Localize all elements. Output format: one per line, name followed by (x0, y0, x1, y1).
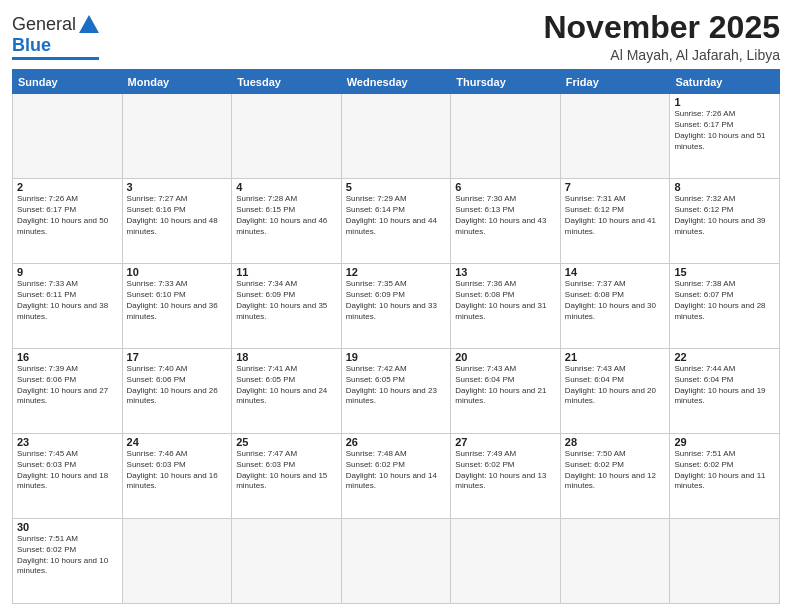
table-cell: 6Sunrise: 7:30 AMSunset: 6:13 PMDaylight… (451, 179, 561, 264)
day-number: 19 (346, 351, 447, 363)
logo-general-text: General (12, 14, 76, 35)
table-cell: 1Sunrise: 7:26 AMSunset: 6:17 PMDaylight… (670, 94, 780, 179)
day-info: Sunrise: 7:30 AMSunset: 6:13 PMDaylight:… (455, 194, 556, 237)
page: General Blue November 2025 Al Mayah, Al … (0, 0, 792, 612)
month-title: November 2025 (543, 10, 780, 45)
day-number: 17 (127, 351, 228, 363)
calendar-row: 9Sunrise: 7:33 AMSunset: 6:11 PMDaylight… (13, 264, 780, 349)
table-cell (232, 94, 342, 179)
table-cell: 5Sunrise: 7:29 AMSunset: 6:14 PMDaylight… (341, 179, 451, 264)
day-number: 11 (236, 266, 337, 278)
table-cell (122, 94, 232, 179)
day-info: Sunrise: 7:28 AMSunset: 6:15 PMDaylight:… (236, 194, 337, 237)
day-number: 29 (674, 436, 775, 448)
table-cell: 26Sunrise: 7:48 AMSunset: 6:02 PMDayligh… (341, 434, 451, 519)
day-number: 14 (565, 266, 666, 278)
day-info: Sunrise: 7:42 AMSunset: 6:05 PMDaylight:… (346, 364, 447, 407)
day-info: Sunrise: 7:41 AMSunset: 6:05 PMDaylight:… (236, 364, 337, 407)
logo-text: General (12, 14, 99, 35)
day-info: Sunrise: 7:40 AMSunset: 6:06 PMDaylight:… (127, 364, 228, 407)
table-cell: 27Sunrise: 7:49 AMSunset: 6:02 PMDayligh… (451, 434, 561, 519)
table-cell: 30Sunrise: 7:51 AMSunset: 6:02 PMDayligh… (13, 519, 123, 604)
day-number: 13 (455, 266, 556, 278)
calendar-row: 2Sunrise: 7:26 AMSunset: 6:17 PMDaylight… (13, 179, 780, 264)
logo-blue-text: Blue (12, 35, 51, 56)
table-cell (122, 519, 232, 604)
title-block: November 2025 Al Mayah, Al Jafarah, Liby… (543, 10, 780, 63)
day-info: Sunrise: 7:51 AMSunset: 6:02 PMDaylight:… (17, 534, 118, 577)
day-number: 21 (565, 351, 666, 363)
calendar-table: Sunday Monday Tuesday Wednesday Thursday… (12, 69, 780, 604)
day-number: 30 (17, 521, 118, 533)
table-cell: 14Sunrise: 7:37 AMSunset: 6:08 PMDayligh… (560, 264, 670, 349)
day-info: Sunrise: 7:43 AMSunset: 6:04 PMDaylight:… (455, 364, 556, 407)
calendar-row: 30Sunrise: 7:51 AMSunset: 6:02 PMDayligh… (13, 519, 780, 604)
location-title: Al Mayah, Al Jafarah, Libya (543, 47, 780, 63)
day-number: 15 (674, 266, 775, 278)
table-cell: 25Sunrise: 7:47 AMSunset: 6:03 PMDayligh… (232, 434, 342, 519)
header: General Blue November 2025 Al Mayah, Al … (12, 10, 780, 63)
day-info: Sunrise: 7:48 AMSunset: 6:02 PMDaylight:… (346, 449, 447, 492)
day-number: 27 (455, 436, 556, 448)
weekday-header-row: Sunday Monday Tuesday Wednesday Thursday… (13, 70, 780, 94)
logo: General Blue (12, 14, 99, 60)
day-number: 4 (236, 181, 337, 193)
header-sunday: Sunday (13, 70, 123, 94)
day-number: 10 (127, 266, 228, 278)
day-info: Sunrise: 7:33 AMSunset: 6:10 PMDaylight:… (127, 279, 228, 322)
day-info: Sunrise: 7:29 AMSunset: 6:14 PMDaylight:… (346, 194, 447, 237)
day-info: Sunrise: 7:43 AMSunset: 6:04 PMDaylight:… (565, 364, 666, 407)
header-friday: Friday (560, 70, 670, 94)
table-cell: 22Sunrise: 7:44 AMSunset: 6:04 PMDayligh… (670, 349, 780, 434)
day-number: 18 (236, 351, 337, 363)
day-number: 20 (455, 351, 556, 363)
table-cell: 29Sunrise: 7:51 AMSunset: 6:02 PMDayligh… (670, 434, 780, 519)
day-number: 12 (346, 266, 447, 278)
table-cell: 28Sunrise: 7:50 AMSunset: 6:02 PMDayligh… (560, 434, 670, 519)
day-number: 3 (127, 181, 228, 193)
table-cell (560, 94, 670, 179)
header-tuesday: Tuesday (232, 70, 342, 94)
table-cell: 23Sunrise: 7:45 AMSunset: 6:03 PMDayligh… (13, 434, 123, 519)
logo-underline (12, 57, 99, 60)
day-info: Sunrise: 7:37 AMSunset: 6:08 PMDaylight:… (565, 279, 666, 322)
day-info: Sunrise: 7:32 AMSunset: 6:12 PMDaylight:… (674, 194, 775, 237)
day-info: Sunrise: 7:50 AMSunset: 6:02 PMDaylight:… (565, 449, 666, 492)
table-cell: 24Sunrise: 7:46 AMSunset: 6:03 PMDayligh… (122, 434, 232, 519)
header-thursday: Thursday (451, 70, 561, 94)
day-info: Sunrise: 7:46 AMSunset: 6:03 PMDaylight:… (127, 449, 228, 492)
table-cell (13, 94, 123, 179)
header-monday: Monday (122, 70, 232, 94)
table-cell: 17Sunrise: 7:40 AMSunset: 6:06 PMDayligh… (122, 349, 232, 434)
day-info: Sunrise: 7:47 AMSunset: 6:03 PMDaylight:… (236, 449, 337, 492)
day-number: 28 (565, 436, 666, 448)
day-number: 9 (17, 266, 118, 278)
table-cell: 18Sunrise: 7:41 AMSunset: 6:05 PMDayligh… (232, 349, 342, 434)
table-cell (451, 519, 561, 604)
table-cell: 10Sunrise: 7:33 AMSunset: 6:10 PMDayligh… (122, 264, 232, 349)
day-info: Sunrise: 7:33 AMSunset: 6:11 PMDaylight:… (17, 279, 118, 322)
table-cell: 3Sunrise: 7:27 AMSunset: 6:16 PMDaylight… (122, 179, 232, 264)
day-info: Sunrise: 7:36 AMSunset: 6:08 PMDaylight:… (455, 279, 556, 322)
day-number: 25 (236, 436, 337, 448)
day-info: Sunrise: 7:49 AMSunset: 6:02 PMDaylight:… (455, 449, 556, 492)
table-cell (670, 519, 780, 604)
table-cell: 7Sunrise: 7:31 AMSunset: 6:12 PMDaylight… (560, 179, 670, 264)
table-cell: 15Sunrise: 7:38 AMSunset: 6:07 PMDayligh… (670, 264, 780, 349)
day-info: Sunrise: 7:26 AMSunset: 6:17 PMDaylight:… (674, 109, 775, 152)
logo-triangle-icon (79, 15, 99, 33)
table-cell: 9Sunrise: 7:33 AMSunset: 6:11 PMDaylight… (13, 264, 123, 349)
table-cell (341, 519, 451, 604)
table-cell: 13Sunrise: 7:36 AMSunset: 6:08 PMDayligh… (451, 264, 561, 349)
table-cell: 16Sunrise: 7:39 AMSunset: 6:06 PMDayligh… (13, 349, 123, 434)
day-info: Sunrise: 7:39 AMSunset: 6:06 PMDaylight:… (17, 364, 118, 407)
day-info: Sunrise: 7:44 AMSunset: 6:04 PMDaylight:… (674, 364, 775, 407)
day-number: 22 (674, 351, 775, 363)
day-info: Sunrise: 7:34 AMSunset: 6:09 PMDaylight:… (236, 279, 337, 322)
day-number: 8 (674, 181, 775, 193)
day-number: 26 (346, 436, 447, 448)
table-cell (560, 519, 670, 604)
table-cell: 12Sunrise: 7:35 AMSunset: 6:09 PMDayligh… (341, 264, 451, 349)
table-cell: 19Sunrise: 7:42 AMSunset: 6:05 PMDayligh… (341, 349, 451, 434)
calendar-row: 1Sunrise: 7:26 AMSunset: 6:17 PMDaylight… (13, 94, 780, 179)
